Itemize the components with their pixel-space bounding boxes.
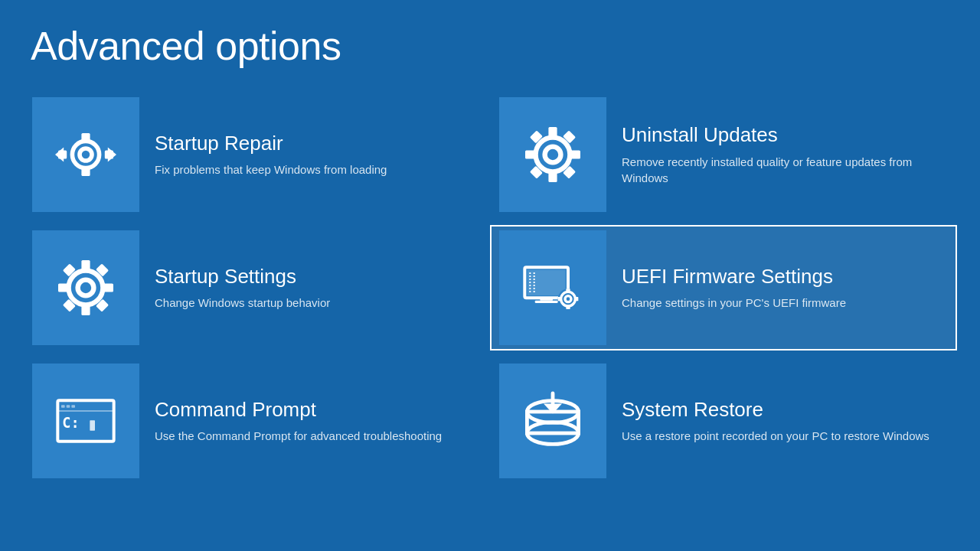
options-grid: Startup RepairFix problems that keep Win… [0,84,980,491]
option-icon-command-prompt: C: [32,364,139,478]
option-text-uninstall-updates: Uninstall UpdatesRemove recently install… [622,123,948,185]
svg-rect-13 [570,150,580,158]
svg-rect-31 [529,276,531,277]
svg-rect-36 [529,291,531,292]
svg-rect-39 [534,279,535,280]
option-icon-uninstall-updates [499,97,606,212]
option-item-system-restore[interactable]: System RestoreUse a restore point record… [490,358,957,484]
svg-rect-44 [540,298,553,300]
svg-point-1 [80,148,92,161]
svg-rect-49 [566,289,570,292]
option-item-command-prompt[interactable]: C: Command PromptUse the Command Prompt … [23,358,490,484]
option-icon-system-restore [499,364,606,478]
svg-rect-29 [528,270,566,295]
svg-point-9 [545,147,561,163]
svg-rect-22 [58,283,68,292]
option-title-command-prompt: Command Prompt [155,398,481,422]
option-title-startup-repair: Startup Repair [155,132,481,155]
svg-rect-37 [534,272,535,274]
svg-rect-42 [534,288,535,289]
option-item-startup-settings[interactable]: Startup SettingsChange Windows startup b… [23,225,490,350]
svg-point-8 [536,138,570,172]
svg-rect-50 [566,305,570,309]
svg-rect-20 [81,260,90,270]
svg-rect-54 [61,405,65,407]
option-text-startup-repair: Startup RepairFix problems that keep Win… [155,132,481,178]
svg-rect-10 [548,127,557,137]
svg-point-18 [69,271,103,305]
svg-rect-34 [529,285,531,286]
svg-rect-45 [535,301,558,303]
option-desc-startup-settings: Change Windows startup behavior [155,295,481,311]
option-text-uefi-firmware-settings: UEFI Firmware SettingsChange settings in… [622,265,948,311]
svg-text:C:: C: [62,415,79,431]
svg-rect-21 [81,305,90,315]
option-text-startup-settings: Startup SettingsChange Windows startup b… [155,265,481,311]
svg-rect-59 [90,420,95,430]
option-item-uninstall-updates[interactable]: Uninstall UpdatesRemove recently install… [490,92,957,217]
svg-rect-23 [103,283,113,292]
svg-rect-35 [529,288,531,289]
svg-marker-7 [108,147,116,161]
option-title-startup-settings: Startup Settings [155,265,481,289]
option-desc-startup-repair: Fix problems that keep Windows from load… [155,161,481,178]
svg-rect-51 [558,297,562,301]
option-title-uefi-firmware-settings: UEFI Firmware Settings [622,265,948,289]
svg-rect-32 [529,279,531,280]
option-desc-system-restore: Use a restore point recorded on your PC … [622,428,948,444]
option-item-startup-repair[interactable]: Startup RepairFix problems that keep Win… [23,92,490,217]
svg-point-19 [78,280,94,296]
svg-rect-33 [529,282,531,283]
option-desc-uninstall-updates: Remove recently installed quality or fea… [622,154,948,186]
svg-point-0 [72,141,99,168]
svg-rect-43 [534,291,535,292]
svg-rect-57 [57,410,113,412]
svg-marker-6 [55,147,64,161]
svg-rect-55 [67,405,70,407]
svg-rect-11 [548,172,557,182]
option-desc-command-prompt: Use the Command Prompt for advanced trou… [155,428,481,444]
option-icon-startup-settings [32,230,139,345]
option-icon-startup-repair [32,97,139,212]
option-title-uninstall-updates: Uninstall Updates [622,123,948,147]
svg-rect-12 [525,150,535,158]
option-icon-uefi-firmware-settings [499,230,606,345]
option-item-uefi-firmware-settings[interactable]: UEFI Firmware SettingsChange settings in… [490,225,957,350]
option-text-system-restore: System RestoreUse a restore point record… [622,398,948,444]
svg-rect-30 [529,272,531,274]
svg-rect-38 [534,276,535,277]
svg-rect-41 [534,285,535,286]
option-desc-uefi-firmware-settings: Change settings in your PC's UEFI firmwa… [622,295,948,311]
svg-rect-56 [71,405,75,407]
svg-rect-3 [81,168,90,176]
option-text-command-prompt: Command PromptUse the Command Prompt for… [155,398,481,444]
svg-rect-52 [574,297,578,301]
svg-rect-40 [534,282,535,283]
option-title-system-restore: System Restore [622,398,948,422]
svg-rect-2 [81,133,90,142]
page-title: Advanced options [0,0,980,84]
